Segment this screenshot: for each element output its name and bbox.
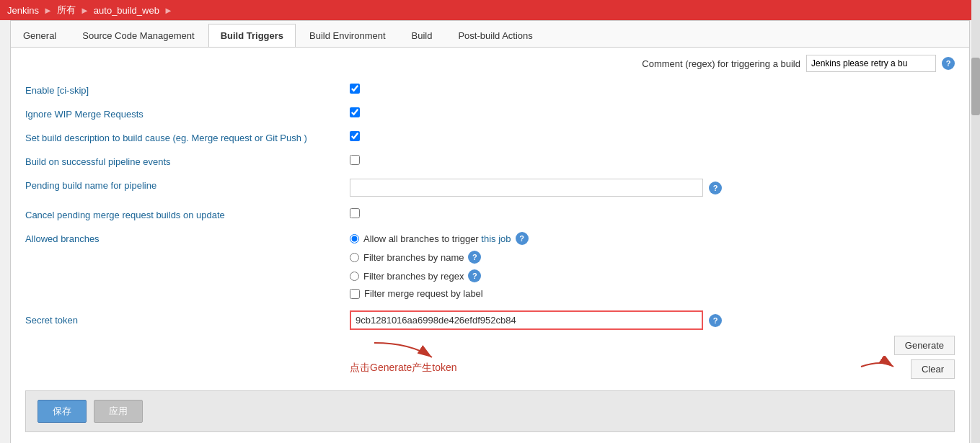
breadcrumb-sep-3: ►: [164, 5, 173, 16]
breadcrumb-sep-1: ►: [43, 5, 53, 16]
main-content: General Source Code Management Build Tri…: [10, 20, 970, 443]
pending-build-label: Pending build name for pipeline: [25, 179, 350, 191]
radio-filter-name-label: Filter branches by name: [363, 252, 464, 263]
all-link[interactable]: 所有: [57, 4, 76, 17]
radio-all-branches-label: Allow all branches to trigger this job: [363, 233, 511, 244]
set-build-desc-checkbox[interactable]: [350, 131, 360, 141]
pending-build-control: ?: [350, 179, 955, 197]
jenkins-link[interactable]: Jenkins: [7, 5, 39, 16]
radio-filter-regex-label: Filter branches by regex: [363, 271, 464, 282]
cancel-pending-checkbox[interactable]: [350, 208, 360, 218]
top-bar: Jenkins ► 所有 ► auto_build_web ►: [0, 0, 980, 20]
radio-filter-name-help[interactable]: ?: [468, 251, 481, 264]
secret-token-input[interactable]: [350, 310, 703, 330]
apply-button[interactable]: 应用: [94, 400, 143, 423]
generate-button[interactable]: Generate: [894, 336, 955, 355]
generate-button-row: Generate: [894, 336, 955, 355]
secret-token-label: Secret token: [25, 310, 350, 326]
annotation-text: 点击Generate产生token: [350, 362, 457, 375]
row-ignore-wip: Ignore WIP Merge Requests: [25, 107, 955, 121]
radio-row-filter-regex: Filter branches by regex ?: [350, 269, 529, 282]
arrow-svg-right: [854, 356, 897, 377]
cancel-pending-label: Cancel pending merge request builds on u…: [25, 208, 350, 220]
cancel-pending-control: [350, 208, 955, 218]
tab-post-build[interactable]: Post-build Actions: [446, 24, 544, 47]
row-enable-ci-skip: Enable [ci-skip]: [25, 84, 955, 97]
radio-row-filter-name: Filter branches by name ?: [350, 251, 529, 264]
comment-label: Comment (regex) for triggering a build: [642, 58, 800, 69]
radio-filter-regex[interactable]: [350, 272, 359, 281]
radio-filter-merge-label: Filter merge request by label: [364, 288, 483, 299]
comment-row: Comment (regex) for triggering a build ?: [25, 55, 955, 72]
scrollbar-track: [971, 0, 980, 443]
project-link[interactable]: auto_build_web: [94, 5, 159, 16]
radio-filter-regex-help[interactable]: ?: [468, 269, 481, 282]
tab-bar: General Source Code Management Build Tri…: [11, 21, 969, 48]
comment-input[interactable]: [806, 55, 936, 72]
radio-all-branches-help[interactable]: ?: [516, 232, 529, 245]
pending-build-input[interactable]: [350, 179, 703, 197]
ignore-wip-checkbox[interactable]: [350, 107, 360, 117]
tab-build[interactable]: Build: [399, 24, 445, 47]
set-build-desc-control: [350, 131, 955, 141]
tab-build-triggers[interactable]: Build Triggers: [208, 24, 296, 47]
build-pipeline-control: [350, 155, 955, 165]
row-build-pipeline: Build on successful pipeline events: [25, 155, 955, 169]
radio-row-filter-merge: Filter merge request by label: [350, 288, 529, 299]
enable-ci-skip-checkbox[interactable]: [350, 84, 360, 94]
tab-source-code[interactable]: Source Code Management: [70, 24, 206, 47]
clear-button[interactable]: Clear: [911, 359, 955, 379]
secret-token-control: ?: [350, 310, 955, 379]
clear-button-row: Clear: [911, 359, 955, 379]
arrow-svg-left: [367, 336, 439, 364]
row-set-build-desc: Set build description to build cause (eg…: [25, 131, 955, 145]
build-pipeline-checkbox[interactable]: [350, 155, 360, 165]
radio-row-all-branches: Allow all branches to trigger this job ?: [350, 232, 529, 245]
allowed-branches-label: Allowed branches: [25, 232, 350, 244]
ignore-wip-control: [350, 107, 955, 117]
enable-ci-skip-label: Enable [ci-skip]: [25, 84, 350, 96]
scrollbar-thumb[interactable]: [971, 58, 980, 115]
row-pending-build: Pending build name for pipeline ?: [25, 179, 955, 198]
token-buttons: Generate Clear: [894, 336, 955, 379]
generate-area: 点击Generate产生token Generate: [350, 336, 955, 379]
radio-group-branches: Allow all branches to trigger this job ?…: [350, 232, 529, 299]
build-pipeline-label: Build on successful pipeline events: [25, 155, 350, 167]
allowed-branches-control: Allow all branches to trigger this job ?…: [350, 232, 955, 299]
tab-build-environment[interactable]: Build Environment: [297, 24, 398, 47]
arrow-hint-area: 点击Generate产生token: [350, 336, 457, 375]
row-cancel-pending: Cancel pending merge request builds on u…: [25, 208, 955, 222]
secret-token-help-icon[interactable]: ?: [709, 314, 722, 327]
checkbox-filter-merge[interactable]: [350, 289, 360, 299]
set-build-desc-label: Set build description to build cause (eg…: [25, 131, 350, 143]
comment-help-icon[interactable]: ?: [942, 57, 955, 70]
secret-token-input-row: ?: [350, 310, 722, 330]
breadcrumb-sep-2: ►: [80, 5, 89, 16]
radio-filter-name[interactable]: [350, 253, 359, 262]
bottom-button-area: 保存 应用: [25, 390, 955, 432]
save-button[interactable]: 保存: [37, 400, 87, 423]
radio-all-branches[interactable]: [350, 234, 359, 243]
row-secret-token: Secret token ?: [25, 310, 955, 380]
annotation-wrapper: 点击Generate产生token: [350, 336, 880, 375]
pending-build-help-icon[interactable]: ?: [709, 182, 722, 194]
ignore-wip-label: Ignore WIP Merge Requests: [25, 107, 350, 120]
tab-general[interactable]: General: [11, 24, 69, 47]
enable-ci-skip-control: [350, 84, 955, 94]
content-area: Comment (regex) for triggering a build ?…: [11, 48, 969, 443]
row-allowed-branches: Allowed branches Allow all branches to t…: [25, 232, 955, 300]
